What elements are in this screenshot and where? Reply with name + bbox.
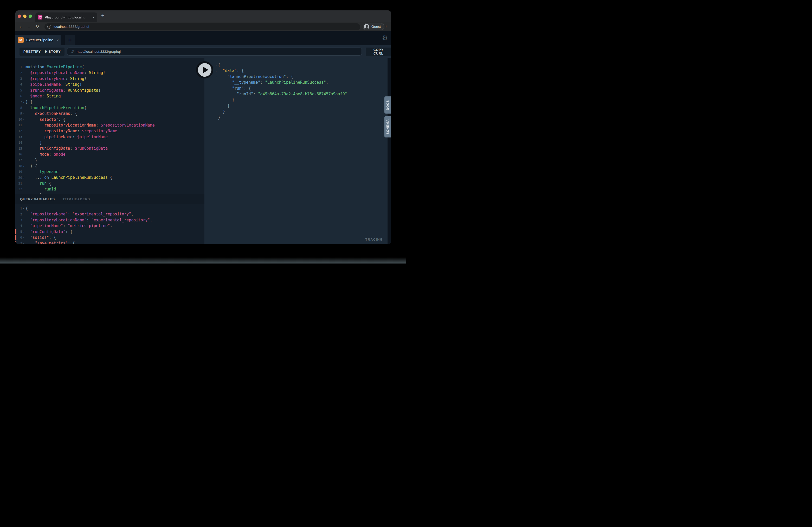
fold-arrow-icon[interactable]: ▾ xyxy=(22,230,26,234)
site-info-icon[interactable]: i xyxy=(47,25,51,29)
code-line[interactable]: 3 "repositoryLocationName": "experimenta… xyxy=(15,217,204,223)
fold-arrow-icon[interactable]: ▾ xyxy=(214,70,218,73)
address-bar[interactable]: i localhost :3333/graphql xyxy=(44,24,360,30)
fold-spacer xyxy=(22,154,26,155)
back-icon[interactable]: ← xyxy=(19,24,23,29)
browser-menu-icon[interactable]: ⋮ xyxy=(384,24,388,29)
code-text: } xyxy=(218,97,234,103)
code-line[interactable]: 16 mode: $mode xyxy=(15,151,204,157)
query-editor[interactable]: 1mutation ExecutePipeline(2 $repositoryL… xyxy=(15,58,204,194)
browser-tab-playground[interactable]: Playground - http://localhost:33 × xyxy=(35,13,97,22)
code-text: "repositoryLocationName": "experimental_… xyxy=(26,217,153,223)
code-line[interactable]: 4 "pipelineName": "metrics_pipeline", xyxy=(15,223,204,229)
query-variables-editor[interactable]: 1▾{2 "repositoryName": "experimental_rep… xyxy=(15,204,204,244)
code-line[interactable]: 7▾) { xyxy=(15,99,204,105)
code-line[interactable]: 2 $repositoryLocationName: String! xyxy=(15,70,204,76)
url-host: localhost xyxy=(54,25,67,29)
code-line: ▾{ xyxy=(204,62,388,68)
traffic-light-zoom-icon[interactable] xyxy=(29,15,32,18)
fold-arrow-icon[interactable]: ▾ xyxy=(22,176,26,179)
code-line[interactable]: 23 } xyxy=(15,192,204,194)
schema-side-tab[interactable]: SCHEMA xyxy=(385,116,391,137)
code-line[interactable]: 17 } xyxy=(15,157,204,163)
code-line[interactable]: 10▾ selector: { xyxy=(15,117,204,122)
reload-icon[interactable]: ↻ xyxy=(35,24,39,29)
code-line[interactable]: 21 run { xyxy=(15,181,204,186)
settings-gear-icon[interactable]: ⚙ xyxy=(380,33,389,42)
graphql-favicon-icon xyxy=(38,15,42,19)
fold-arrow-icon[interactable]: ▾ xyxy=(22,242,26,244)
play-icon xyxy=(203,66,208,73)
tab-query-variables[interactable]: QUERY VARIABLES xyxy=(20,197,55,201)
code-line[interactable]: 5 $runConfigData: RunConfigData! xyxy=(15,88,204,93)
code-line[interactable]: 6▾ "solids": { xyxy=(15,235,204,240)
fold-spacer xyxy=(22,90,26,91)
line-number: 15 xyxy=(15,147,22,150)
code-line[interactable]: 19 __typename xyxy=(15,169,204,175)
code-text: "runId": "a49b864a-79e2-4be8-b78c-687457… xyxy=(218,91,347,97)
code-line[interactable]: 5▾ "runConfigData": { xyxy=(15,229,204,235)
fold-arrow-icon[interactable]: ▾ xyxy=(22,101,26,104)
browser-tab-close-icon[interactable]: × xyxy=(92,15,95,19)
traffic-light-close-icon[interactable] xyxy=(18,15,21,18)
code-text: $repositoryLocationName: String! xyxy=(26,70,105,76)
code-line[interactable]: 14 } xyxy=(15,140,204,146)
execute-play-button[interactable] xyxy=(196,61,213,78)
profile-chip[interactable]: Guest xyxy=(363,23,385,30)
code-text: "run": { xyxy=(218,86,251,91)
code-line[interactable]: 3 $repositoryName: String! xyxy=(15,76,204,81)
code-line[interactable]: 11 repositoryLocationName: $repositoryLo… xyxy=(15,122,204,128)
code-text: } xyxy=(26,140,42,146)
code-line[interactable]: 13 pipelineName: $pipelineName xyxy=(15,134,204,140)
tracing-toggle[interactable]: TRACING xyxy=(204,235,388,244)
code-line[interactable]: 1▾{ xyxy=(15,206,204,211)
code-line[interactable]: 22 runId xyxy=(15,186,204,192)
history-button[interactable]: HISTORY xyxy=(41,48,64,56)
fold-arrow-icon[interactable]: ▾ xyxy=(22,112,26,115)
code-text: $runConfigData: RunConfigData! xyxy=(26,88,101,93)
fold-arrow-icon[interactable]: ▾ xyxy=(22,207,26,210)
code-line[interactable]: 15 runConfigData: $runConfigData xyxy=(15,146,204,151)
code-line[interactable]: 6 $mode: String! xyxy=(15,93,204,99)
browser-new-tab-button[interactable]: + xyxy=(101,13,104,18)
tab-http-headers[interactable]: HTTP HEADERS xyxy=(62,197,90,201)
fold-arrow-icon[interactable]: ▾ xyxy=(214,63,218,66)
fold-spacer xyxy=(22,226,26,226)
line-number: 4 xyxy=(15,82,22,86)
code-line[interactable]: 7▾ "save_metrics": { xyxy=(15,240,204,244)
code-line[interactable]: 4 $pipelineName: String! xyxy=(15,81,204,87)
forward-icon[interactable]: → xyxy=(27,24,31,29)
code-text: } xyxy=(218,103,230,109)
fold-arrow-icon[interactable]: ▾ xyxy=(22,236,26,239)
playground-tab-close-icon[interactable]: × xyxy=(56,38,59,42)
copy-curl-button[interactable]: COPY CURL xyxy=(366,48,391,56)
error-marker xyxy=(15,229,16,235)
line-number: 12 xyxy=(15,129,22,133)
code-text: { xyxy=(218,62,220,68)
endpoint-input[interactable]: ↺ http://localhost:3333/graphql xyxy=(67,48,362,56)
code-text: } xyxy=(218,109,225,114)
code-line[interactable]: 20▾ ... on LaunchPipelineRunSuccess { xyxy=(15,175,204,180)
code-line[interactable]: 1mutation ExecutePipeline( xyxy=(15,64,204,70)
avatar-icon xyxy=(364,24,369,29)
playground-new-tab-button[interactable]: + xyxy=(65,35,75,45)
code-line[interactable]: 8 launchPipelineExecution( xyxy=(15,105,204,111)
docs-side-tab[interactable]: DOCS xyxy=(385,96,391,114)
code-line[interactable]: 18▾ ) { xyxy=(15,163,204,169)
code-line[interactable]: 12 repositoryName: $repositoryName xyxy=(15,128,204,134)
traffic-light-minimize-icon[interactable] xyxy=(23,15,27,18)
code-line[interactable]: 9▾ executionParams: { xyxy=(15,111,204,117)
playground-toolbar: PRETTIFY HISTORY ↺ http://localhost:3333… xyxy=(15,45,391,58)
line-number: 14 xyxy=(15,141,22,145)
playground-tab-executepipeline[interactable]: M ExecutePipeline × xyxy=(15,35,61,45)
fold-arrow-icon[interactable]: ▾ xyxy=(214,75,218,78)
fold-spacer xyxy=(22,189,26,190)
fold-arrow-icon[interactable]: ▾ xyxy=(22,118,26,121)
code-text: repositoryName: $repositoryName xyxy=(26,128,117,134)
fold-spacer xyxy=(22,67,26,67)
line-number: 16 xyxy=(15,152,22,156)
fold-arrow-icon[interactable]: ▾ xyxy=(22,165,26,168)
code-line[interactable]: 2 "repositoryName": "experimental_reposi… xyxy=(15,211,204,217)
profile-label: Guest xyxy=(372,25,381,29)
playground-main: 1mutation ExecutePipeline(2 $repositoryL… xyxy=(15,58,391,244)
